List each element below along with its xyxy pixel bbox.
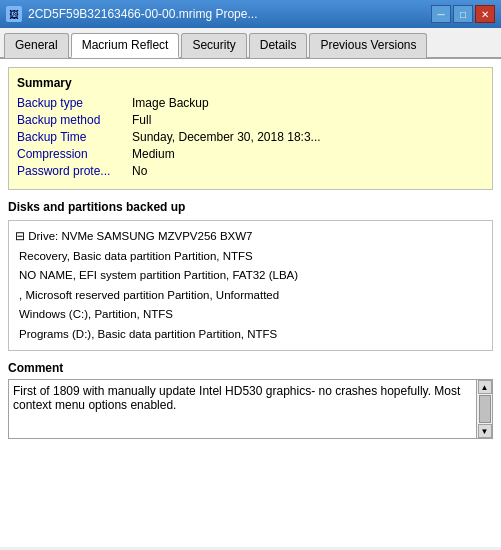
title-bar: 🖼 2CD5F59B32163466-00-00.mrimg Prope... … — [0, 0, 501, 28]
summary-box: Summary Backup type Image Backup Backup … — [8, 67, 493, 190]
summary-row-compression: Compression Medium — [17, 147, 484, 161]
title-controls: ─ □ ✕ — [431, 5, 495, 23]
comment-text: First of 1809 with manually update Intel… — [9, 380, 476, 438]
password-label: Password prote... — [17, 164, 132, 178]
summary-row-backup-method: Backup method Full — [17, 113, 484, 127]
tab-security[interactable]: Security — [181, 33, 246, 58]
partition-windows-line: Windows (C:), Partition, NTFS — [15, 305, 486, 325]
window-title: 2CD5F59B32163466-00-00.mrimg Prope... — [28, 7, 257, 21]
compression-value: Medium — [132, 147, 175, 161]
comment-title: Comment — [8, 361, 493, 375]
close-button[interactable]: ✕ — [475, 5, 495, 23]
partitions-box: ⊟ Drive: NVMe SAMSUNG MZVPV256 BXW7 Reco… — [8, 220, 493, 351]
backup-type-value: Image Backup — [132, 96, 209, 110]
partition-efi-line: NO NAME, EFI system partition Partition,… — [15, 266, 486, 286]
partition-programs-line: Programs (D:), Basic data partition Part… — [15, 325, 486, 345]
scroll-thumb[interactable] — [479, 395, 491, 423]
minimize-button[interactable]: ─ — [431, 5, 451, 23]
scroll-up-button[interactable]: ▲ — [478, 380, 492, 394]
compression-label: Compression — [17, 147, 132, 161]
scroll-down-button[interactable]: ▼ — [478, 424, 492, 438]
window-icon: 🖼 — [6, 6, 22, 22]
main-content: Summary Backup type Image Backup Backup … — [0, 59, 501, 547]
password-value: No — [132, 164, 147, 178]
summary-row-backup-time: Backup Time Sunday, December 30, 2018 18… — [17, 130, 484, 144]
comment-box: First of 1809 with manually update Intel… — [8, 379, 493, 439]
tab-previous-versions[interactable]: Previous Versions — [309, 33, 427, 58]
backup-method-value: Full — [132, 113, 151, 127]
comment-scrollbar[interactable]: ▲ ▼ — [476, 380, 492, 438]
backup-time-label: Backup Time — [17, 130, 132, 144]
maximize-button[interactable]: □ — [453, 5, 473, 23]
partition-recovery-line: Recovery, Basic data partition Partition… — [15, 247, 486, 267]
summary-row-password: Password prote... No — [17, 164, 484, 178]
partitions-section-title: Disks and partitions backed up — [8, 200, 493, 214]
tab-general[interactable]: General — [4, 33, 69, 58]
backup-method-label: Backup method — [17, 113, 132, 127]
summary-row-backup-type: Backup type Image Backup — [17, 96, 484, 110]
tab-macrium-reflect[interactable]: Macrium Reflect — [71, 33, 180, 58]
partition-drive-line: ⊟ Drive: NVMe SAMSUNG MZVPV256 BXW7 — [15, 227, 486, 247]
tab-details[interactable]: Details — [249, 33, 308, 58]
partition-msr-line: , Microsoft reserved partition Partition… — [15, 286, 486, 306]
tab-bar: General Macrium Reflect Security Details… — [0, 28, 501, 59]
backup-type-label: Backup type — [17, 96, 132, 110]
backup-time-value: Sunday, December 30, 2018 18:3... — [132, 130, 321, 144]
summary-title: Summary — [17, 76, 484, 90]
